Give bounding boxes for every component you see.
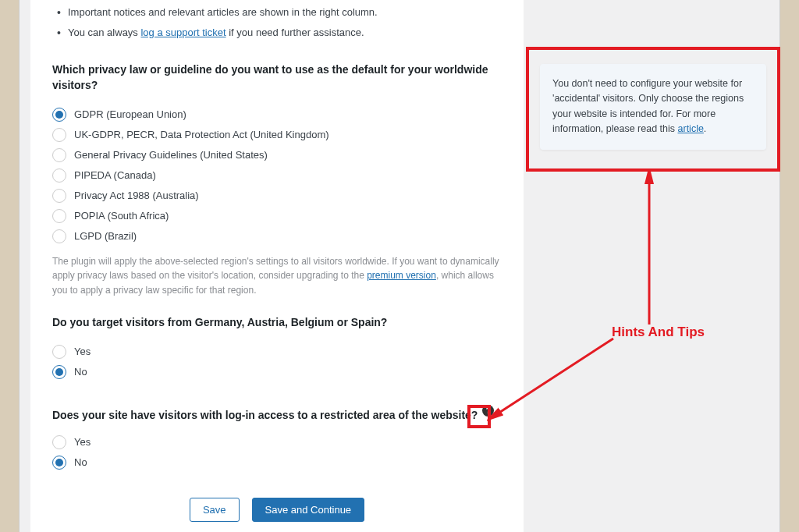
radio-group-login-access: Yes No <box>52 432 502 473</box>
info-item: Important notices and relevant articles … <box>68 5 502 20</box>
radio-icon <box>52 148 66 162</box>
radio-label: No <box>74 366 87 378</box>
radio-option-no[interactable]: No <box>52 452 502 473</box>
info-item: You can always log a support ticket if y… <box>68 25 502 41</box>
radio-label: PIPEDA (Canada) <box>74 169 156 181</box>
tip-box: You don't need to configure your website… <box>540 64 766 150</box>
radio-option-gdpr[interactable]: GDPR (European Union) <box>52 105 502 125</box>
save-button[interactable]: Save <box>190 498 240 522</box>
radio-option-uk-gdpr[interactable]: UK-GDPR, PECR, Data Protection Act (Unit… <box>52 125 502 145</box>
help-icon[interactable]: ? <box>482 405 494 417</box>
radio-icon <box>52 108 66 122</box>
radio-group-target-countries: Yes No <box>52 342 502 382</box>
radio-icon <box>52 209 66 223</box>
radio-icon <box>52 128 66 142</box>
radio-option-yes[interactable]: Yes <box>52 432 502 452</box>
main-content: Important notices and relevant articles … <box>30 0 524 532</box>
question-target-countries: Do you target visitors from Germany, Aus… <box>52 314 502 330</box>
radio-icon <box>52 456 66 470</box>
radio-label: GDPR (European Union) <box>74 108 186 120</box>
radio-icon <box>52 168 66 183</box>
radio-icon <box>52 435 66 449</box>
info-text: if you need further assistance. <box>226 27 364 38</box>
save-continue-button[interactable]: Save and Continue <box>252 498 365 522</box>
radio-label: LGPD (Brazil) <box>74 230 137 242</box>
button-row: Save Save and Continue <box>52 498 502 522</box>
note-premium: The plugin will apply the above-selected… <box>52 254 502 298</box>
radio-label: Yes <box>74 346 91 357</box>
radio-option-no[interactable]: No <box>52 362 502 382</box>
question-privacy-law: Which privacy law or guideline do you wa… <box>52 62 502 94</box>
tip-text: You don't need to configure your website… <box>552 78 744 134</box>
radio-option-popia[interactable]: POPIA (South Africa) <box>52 206 502 226</box>
radio-icon <box>52 365 66 379</box>
tip-article-link[interactable]: article <box>678 123 704 134</box>
question-login-access: Does your site have visitors with log-in… <box>52 407 478 423</box>
radio-label: POPIA (South Africa) <box>74 210 169 222</box>
radio-option-privacy-act[interactable]: Privacy Act 1988 (Australia) <box>52 186 502 206</box>
radio-icon <box>52 189 66 203</box>
radio-label: Privacy Act 1988 (Australia) <box>74 190 199 201</box>
premium-version-link[interactable]: premium version <box>367 270 436 281</box>
radio-label: UK-GDPR, PECR, Data Protection Act (Unit… <box>74 129 329 140</box>
info-list: Important notices and relevant articles … <box>52 5 502 40</box>
radio-icon <box>52 229 66 243</box>
support-ticket-link[interactable]: log a support ticket <box>140 27 225 38</box>
tip-text: . <box>704 123 706 134</box>
info-text: You can always <box>68 27 140 38</box>
radio-label: Yes <box>74 436 91 448</box>
radio-icon <box>52 345 66 359</box>
radio-label: No <box>74 456 87 468</box>
radio-option-lgpd[interactable]: LGPD (Brazil) <box>52 226 502 246</box>
radio-option-us[interactable]: General Privacy Guidelines (United State… <box>52 145 502 165</box>
radio-group-privacy-law: GDPR (European Union) UK-GDPR, PECR, Dat… <box>52 105 502 246</box>
radio-option-yes[interactable]: Yes <box>52 342 502 362</box>
radio-option-pipeda[interactable]: PIPEDA (Canada) <box>52 165 502 186</box>
radio-label: General Privacy Guidelines (United State… <box>74 149 268 161</box>
